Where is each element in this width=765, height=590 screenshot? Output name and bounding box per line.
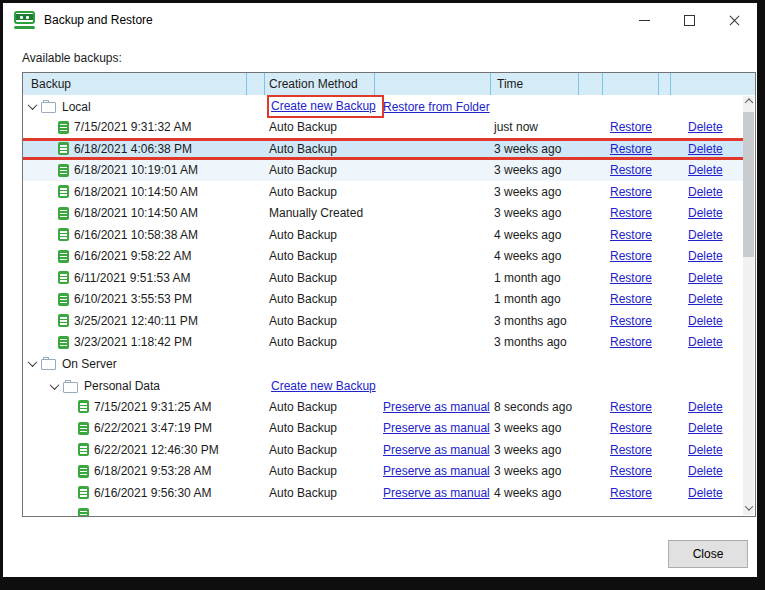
time-ago-value: 1 month ago: [494, 292, 561, 306]
backup-row[interactable]: 6/22/2021 3:47:19 PM Auto Backup Preserv…: [23, 418, 743, 440]
scroll-down-button[interactable]: [743, 500, 754, 515]
restore-link[interactable]: Restore: [610, 120, 652, 134]
folder-row[interactable]: Personal Data Create new Backup: [23, 375, 743, 397]
chevron-expand-icon[interactable]: [26, 103, 38, 110]
header-creation-method[interactable]: Creation Method: [265, 73, 375, 95]
backup-file-icon: [58, 185, 69, 198]
window-title: Backup and Restore: [44, 13, 153, 27]
backup-row[interactable]: 6/18/2021 10:14:50 AM Manually Created 3…: [23, 203, 743, 225]
header-spacer-1[interactable]: [247, 73, 265, 95]
action-link[interactable]: Restore from Folder: [383, 100, 490, 114]
time-ago-value: 3 months ago: [494, 335, 567, 349]
creation-method-value: Auto Backup: [269, 421, 337, 435]
row-label: 6/16/2021 9:58:22 AM: [74, 249, 191, 263]
delete-link[interactable]: Delete: [688, 185, 723, 199]
scrollbar-thumb[interactable]: [743, 112, 754, 257]
create-new-backup-link[interactable]: Create new Backup: [271, 99, 376, 113]
restore-link[interactable]: Restore: [610, 400, 652, 414]
backup-row[interactable]: 6/18/2021 9:53:28 AM Auto Backup Preserv…: [23, 461, 743, 483]
delete-link[interactable]: Delete: [688, 464, 723, 478]
creation-method-value: Auto Backup: [269, 486, 337, 500]
delete-link[interactable]: Delete: [688, 292, 723, 306]
scroll-up-button[interactable]: [743, 96, 754, 111]
header-spacer-4[interactable]: [603, 73, 659, 95]
delete-link[interactable]: Delete: [688, 314, 723, 328]
action-link[interactable]: Preserve as manual: [383, 486, 490, 500]
folder-row[interactable]: Local Create new Backup Restore from Fol…: [23, 95, 743, 117]
backup-row[interactable]: 7/15/2021 9:31:32 AM Auto Backup just no…: [23, 117, 743, 139]
backup-row[interactable]: 6/10/2021 3:55:53 PM Auto Backup 1 month…: [23, 289, 743, 311]
folder-row[interactable]: On Server: [23, 353, 743, 375]
creation-method-value: Auto Backup: [269, 228, 337, 242]
backup-row[interactable]: 7/15/2021 9:31:25 AM Auto Backup Preserv…: [23, 396, 743, 418]
row-label: 6/16/2021 9:56:30 AM: [94, 486, 211, 500]
close-button[interactable]: Close: [668, 540, 748, 568]
delete-link[interactable]: Delete: [688, 486, 723, 500]
backup-row[interactable]: [23, 504, 743, 517]
delete-link[interactable]: Delete: [688, 421, 723, 435]
backup-row[interactable]: 6/18/2021 4:06:38 PM Auto Backup 3 weeks…: [23, 138, 743, 160]
delete-link[interactable]: Delete: [688, 120, 723, 134]
header-spacer-6[interactable]: [671, 73, 755, 95]
restore-link[interactable]: Restore: [610, 142, 652, 156]
header-spacer-5[interactable]: [659, 73, 671, 95]
restore-link[interactable]: Restore: [610, 486, 652, 500]
maximize-button[interactable]: [667, 3, 712, 37]
delete-link[interactable]: Delete: [688, 163, 723, 177]
restore-link[interactable]: Restore: [610, 228, 652, 242]
restore-link[interactable]: Restore: [610, 185, 652, 199]
restore-link[interactable]: Restore: [610, 443, 652, 457]
backup-file-icon: [58, 336, 69, 349]
header-spacer-3[interactable]: [579, 73, 603, 95]
backup-file-icon: [58, 293, 69, 306]
chevron-expand-icon[interactable]: [26, 360, 38, 367]
time-ago-value: 3 weeks ago: [494, 464, 561, 478]
backup-row[interactable]: 6/22/2021 12:46:30 PM Auto Backup Preser…: [23, 439, 743, 461]
chevron-expand-icon[interactable]: [48, 383, 60, 390]
backup-file-icon: [78, 422, 89, 435]
creation-method-value: Auto Backup: [269, 163, 337, 177]
restore-link[interactable]: Restore: [610, 421, 652, 435]
restore-link[interactable]: Restore: [610, 249, 652, 263]
header-backup[interactable]: Backup: [23, 73, 247, 95]
delete-link[interactable]: Delete: [688, 443, 723, 457]
action-link[interactable]: Preserve as manual: [383, 443, 490, 457]
delete-link[interactable]: Delete: [688, 142, 723, 156]
delete-link[interactable]: Delete: [688, 228, 723, 242]
close-window-button[interactable]: [712, 3, 757, 37]
backup-row[interactable]: 6/11/2021 9:51:53 AM Auto Backup 1 month…: [23, 267, 743, 289]
backup-row[interactable]: 3/23/2021 1:18:42 PM Auto Backup 3 month…: [23, 332, 743, 354]
delete-link[interactable]: Delete: [688, 335, 723, 349]
chevron-down-icon: [744, 502, 752, 510]
delete-link[interactable]: Delete: [688, 400, 723, 414]
backup-row[interactable]: 6/18/2021 10:14:50 AM Auto Backup 3 week…: [23, 181, 743, 203]
creation-method-value: Auto Backup: [269, 443, 337, 457]
restore-link[interactable]: Restore: [610, 163, 652, 177]
backup-file-icon: [58, 250, 69, 263]
vertical-scrollbar[interactable]: [743, 96, 754, 515]
restore-link[interactable]: Restore: [610, 292, 652, 306]
header-spacer-2[interactable]: [375, 73, 491, 95]
action-link[interactable]: Preserve as manual: [383, 464, 490, 478]
delete-link[interactable]: Delete: [688, 249, 723, 263]
creation-method-value: Auto Backup: [269, 464, 337, 478]
creation-method-value: Auto Backup: [269, 314, 337, 328]
backup-row[interactable]: 3/25/2021 12:40:11 PM Auto Backup 3 mont…: [23, 310, 743, 332]
minimize-button[interactable]: [622, 3, 667, 37]
action-link[interactable]: Preserve as manual: [383, 421, 490, 435]
backup-row[interactable]: 6/16/2021 9:56:30 AM Auto Backup Preserv…: [23, 482, 743, 504]
restore-link[interactable]: Restore: [610, 206, 652, 220]
create-new-backup-link[interactable]: Create new Backup: [271, 379, 376, 393]
restore-link[interactable]: Restore: [610, 314, 652, 328]
delete-link[interactable]: Delete: [688, 206, 723, 220]
action-link[interactable]: Preserve as manual: [383, 400, 490, 414]
creation-method-value: Auto Backup: [269, 249, 337, 263]
delete-link[interactable]: Delete: [688, 271, 723, 285]
restore-link[interactable]: Restore: [610, 335, 652, 349]
restore-link[interactable]: Restore: [610, 271, 652, 285]
backup-row[interactable]: 6/18/2021 10:19:01 AM Auto Backup 3 week…: [23, 160, 743, 182]
header-time[interactable]: Time: [491, 73, 579, 95]
backup-row[interactable]: 6/16/2021 10:58:38 AM Auto Backup 4 week…: [23, 224, 743, 246]
restore-link[interactable]: Restore: [610, 464, 652, 478]
backup-row[interactable]: 6/16/2021 9:58:22 AM Auto Backup 4 weeks…: [23, 246, 743, 268]
